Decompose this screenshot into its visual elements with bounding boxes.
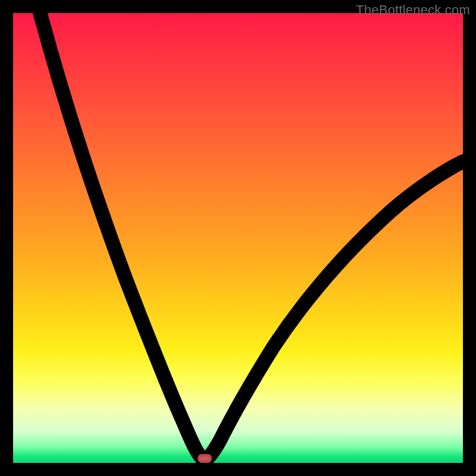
plot-area xyxy=(13,13,463,463)
watermark-text: TheBottleneck.com xyxy=(356,2,470,18)
minimum-marker xyxy=(199,455,211,462)
bottleneck-curve xyxy=(40,13,463,459)
curve-overlay xyxy=(13,13,463,463)
chart-frame: TheBottleneck.com xyxy=(0,0,476,476)
